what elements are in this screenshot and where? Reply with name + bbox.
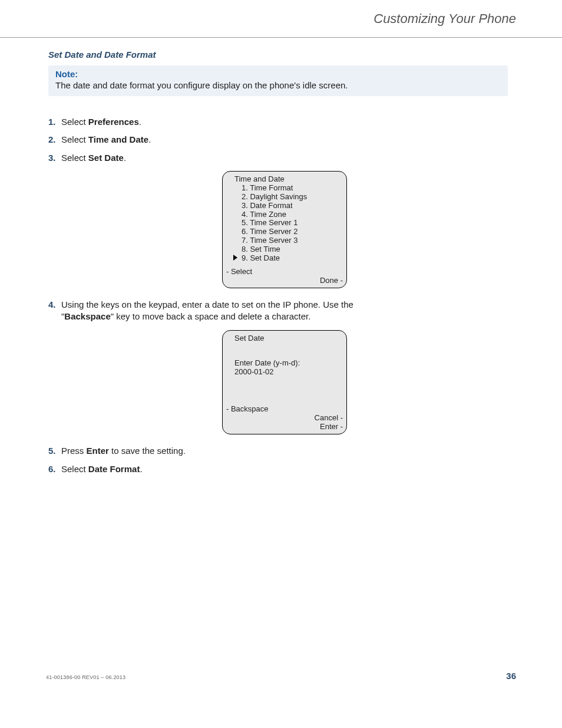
doc-id: 41-001386-00 REV01 – 06.2013 xyxy=(46,674,125,680)
step-text: Press xyxy=(61,446,87,456)
phone-screen-set-date: Set Date Enter Date (y-m-d): 2000-01-02 … xyxy=(222,330,347,435)
screen-body: Enter Date (y-m-d): 2000-01-02 xyxy=(226,359,343,387)
step-bold: Set Date xyxy=(88,153,124,163)
menu-item: 5. Time Server 1 xyxy=(242,219,343,228)
section-title: Set Date and Date Format xyxy=(48,50,508,60)
step-suffix: . xyxy=(140,464,142,474)
menu-item-selected: 9. Set Date xyxy=(226,254,343,263)
step-text: Select xyxy=(61,153,88,163)
menu-item: 3. Date Format xyxy=(242,202,343,210)
note-label: Note: xyxy=(55,69,501,79)
step-4: Using the keys on the keypad, enter a da… xyxy=(48,299,508,434)
softkey-select: - Select xyxy=(226,268,343,276)
step-bold: Preferences xyxy=(88,117,139,127)
menu-item: 8. Set Time xyxy=(242,245,343,254)
step-suffix: . xyxy=(148,134,151,144)
menu-item: 7. Time Server 3 xyxy=(242,236,343,245)
step-line2b: " key to move back a space and delete a … xyxy=(111,311,311,321)
pointer-icon xyxy=(233,255,237,261)
step-text: Select xyxy=(61,117,88,127)
chapter-title: Customizing Your Phone xyxy=(373,11,516,27)
step-6: Select Date Format. xyxy=(48,463,508,475)
screen-title: Time and Date xyxy=(226,175,343,184)
step-bold: Time and Date xyxy=(88,134,148,144)
step-line1: Using the keys on the keypad, enter a da… xyxy=(61,299,353,309)
step-bold: Backspace xyxy=(64,311,110,321)
note-box: Note: The date and date format you confi… xyxy=(48,65,508,96)
step-1: Select Preferences. xyxy=(48,116,508,128)
page-number: 36 xyxy=(506,671,516,681)
step-text: Select xyxy=(61,464,88,474)
content-area: Set Date and Date Format Note: The date … xyxy=(48,50,508,481)
step-text: Select xyxy=(61,134,88,144)
note-body: The date and date format you configure d… xyxy=(55,80,501,90)
date-value: 2000-01-02 xyxy=(234,368,343,377)
screen-title: Set Date xyxy=(226,334,343,343)
softkey-backspace: - Backspace xyxy=(226,405,343,414)
step-5: Press Enter to save the setting. xyxy=(48,445,508,457)
menu-item: 6. Time Server 2 xyxy=(242,228,343,236)
menu-item: 4. Time Zone xyxy=(242,210,343,219)
softkey-cancel: Cancel - xyxy=(226,414,343,423)
steps-list: Select Preferences. Select Time and Date… xyxy=(48,116,508,475)
menu-item: 2. Daylight Savings xyxy=(242,193,343,202)
page-header: Customizing Your Phone xyxy=(0,0,562,38)
step-bold: Date Format xyxy=(88,464,140,474)
step-3: Select Set Date. Time and Date 1. Time F… xyxy=(48,152,508,289)
softkey-done: Done - xyxy=(226,276,343,285)
menu-item-label: 9. Set Date xyxy=(242,253,280,262)
step-2: Select Time and Date. xyxy=(48,134,508,146)
screen-menu-list: 1. Time Format 2. Daylight Savings 3. Da… xyxy=(226,184,343,255)
step-suffix: to save the setting. xyxy=(109,446,186,456)
softkey-enter: Enter - xyxy=(226,423,343,431)
phone-screen-time-and-date: Time and Date 1. Time Format 2. Daylight… xyxy=(222,171,347,288)
menu-item: 1. Time Format xyxy=(242,184,343,193)
step-suffix: . xyxy=(124,153,126,163)
step-suffix: . xyxy=(139,117,141,127)
date-prompt: Enter Date (y-m-d): xyxy=(234,359,343,368)
page-footer: 41-001386-00 REV01 – 06.2013 36 xyxy=(46,671,516,681)
step-bold: Enter xyxy=(87,446,109,456)
